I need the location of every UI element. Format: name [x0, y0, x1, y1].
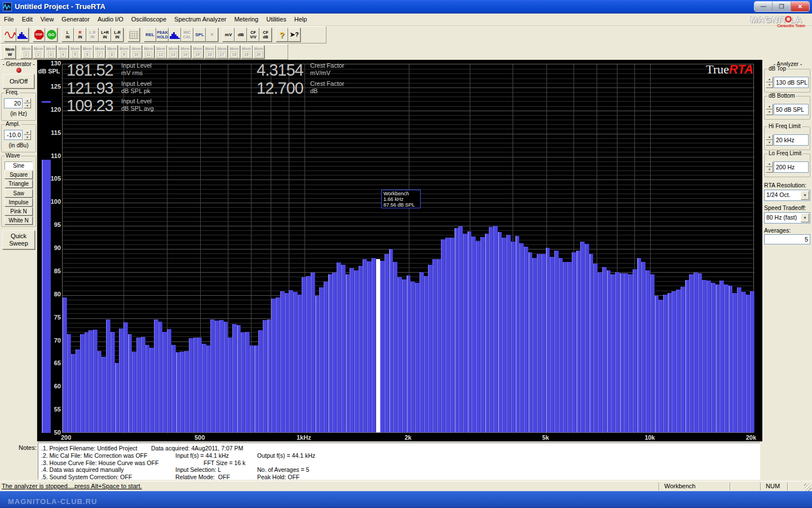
- db-bottom-input[interactable]: 50 dB SPL: [774, 104, 809, 115]
- spectrum-bar: [311, 273, 315, 432]
- lo-freq-input[interactable]: 200 Hz: [774, 161, 809, 173]
- spectrum-bar: [424, 276, 428, 432]
- generator-status-led: [16, 68, 21, 73]
- menu-view[interactable]: View: [37, 14, 58, 26]
- rta-resolution-select[interactable]: 1/24 Oct. ▼: [764, 190, 810, 201]
- close-button[interactable]: ✕: [791, 2, 809, 11]
- spl-button[interactable]: SPL: [193, 28, 206, 42]
- diff-input-button[interactable]: L-RIN: [111, 28, 123, 42]
- db-top-input[interactable]: 130 dB SPL: [774, 77, 809, 88]
- spectrum-bar: [102, 357, 106, 432]
- mem-9-button: Mem9: [118, 45, 130, 59]
- wave-sine-button[interactable]: Sine: [5, 161, 33, 170]
- generator-onoff-button[interactable]: On/Off: [3, 74, 34, 89]
- speed-tradeoff-select[interactable]: 80 Hz (fast) ▼: [764, 212, 810, 224]
- freq-input[interactable]: 20: [4, 98, 23, 108]
- spectrum-bar: [341, 265, 346, 432]
- menu-utilities[interactable]: Utilities: [262, 14, 290, 26]
- ampl-spinner[interactable]: ▲▼: [24, 130, 31, 140]
- help-icon[interactable]: ?: [276, 28, 288, 42]
- dropdown-arrow-icon[interactable]: ▼: [801, 191, 809, 200]
- x-axis-tick-label: 1kHz: [296, 434, 312, 441]
- note-text: Relative Mode: OFF: [175, 474, 230, 480]
- mem-20-button: Mem20: [253, 45, 264, 59]
- mem-3-button: Mem3: [45, 45, 56, 59]
- freq-spinner[interactable]: ▲▼: [24, 98, 31, 108]
- spectrum-bar: [228, 338, 232, 432]
- readout-label: Input LevelmV rms: [121, 62, 152, 77]
- spectrum-bar: [437, 259, 441, 432]
- spectrum-bar: [585, 244, 589, 432]
- millivolt-button[interactable]: mV: [222, 28, 235, 42]
- spectrum-bar: [716, 284, 720, 432]
- go-button[interactable]: GO: [45, 28, 58, 42]
- notes-box[interactable]: .1. Project Filename: Untitled ProjectDa…: [38, 443, 760, 480]
- hi-freq-spinner[interactable]: ▲▼: [766, 134, 773, 146]
- spectrum-plot[interactable]: [62, 64, 754, 433]
- spectrum-bar: [524, 247, 528, 432]
- context-help-icon[interactable]: ➤?: [288, 28, 301, 42]
- spectrum-bar: [732, 293, 737, 432]
- readout-label: Input LeveldB SPL avg: [121, 98, 154, 112]
- peak-hold-button[interactable]: PEAKHOLD: [156, 28, 169, 42]
- spectrum-bar: [250, 345, 254, 432]
- sine-tone-icon[interactable]: [4, 28, 16, 42]
- menu-edit[interactable]: Edit: [18, 14, 37, 26]
- menu-file[interactable]: File: [0, 14, 18, 26]
- spectrum-bar: [681, 287, 685, 432]
- spectrum-analyzer-icon[interactable]: [16, 28, 29, 42]
- wave-white-n-button[interactable]: White N: [5, 216, 33, 225]
- rta-mode-icon[interactable]: [169, 28, 181, 42]
- mem-13-button: Mem13: [167, 45, 179, 59]
- wave-impulse-button[interactable]: Impulse: [5, 198, 33, 207]
- spectrum-bar: [541, 254, 546, 432]
- menu-spectrum-analyzer[interactable]: Spectrum Analyzer: [170, 14, 230, 26]
- dropdown-arrow-icon[interactable]: ▼: [801, 213, 809, 222]
- left-input-button[interactable]: LIN: [61, 28, 74, 42]
- status-bar: The analyzer is stopped....press Alt+Spa…: [0, 481, 812, 491]
- restore-button[interactable]: ❐: [773, 2, 791, 11]
- menu-metering[interactable]: Metering: [230, 14, 262, 26]
- spectrum-bar: [633, 269, 637, 432]
- averages-input[interactable]: 5: [764, 234, 810, 244]
- resize-grip[interactable]: [804, 484, 811, 491]
- readout-value: 121.93: [67, 79, 113, 98]
- spectrum-bar: [445, 238, 450, 432]
- quick-sweep-button[interactable]: Quick Sweep: [2, 230, 35, 249]
- stop-button[interactable]: STOP: [33, 28, 45, 42]
- db-bottom-spinner[interactable]: ▲▼: [766, 104, 773, 115]
- spectrum-bar: [620, 273, 624, 432]
- crest-factor-vv-button[interactable]: CFV/V: [247, 28, 259, 42]
- mem-11-button: Mem11: [143, 45, 155, 59]
- spectrum-bar: [707, 281, 711, 432]
- decibel-button[interactable]: dB: [235, 28, 247, 42]
- spectrum-bar: [210, 319, 215, 432]
- lo-freq-spinner[interactable]: ▲▼: [766, 161, 773, 173]
- tooltip-trace: Workbench: [383, 191, 418, 196]
- title-bar[interactable]: Untitled Project - TrueRTA — ❐ ✕: [0, 0, 812, 14]
- wave-pink-n-button[interactable]: Pink N: [5, 207, 33, 216]
- wave-square-button[interactable]: Square: [5, 170, 33, 179]
- wave-saw-button[interactable]: Saw: [5, 189, 33, 198]
- spectrum-bar: [672, 291, 676, 432]
- menu-help[interactable]: Help: [290, 14, 311, 26]
- menu-audio-i-o[interactable]: Audio I/O: [94, 14, 127, 26]
- note-text: Input f(s) = 44.1 kHz: [175, 452, 229, 459]
- sum-input-button[interactable]: L+RIN: [99, 28, 111, 42]
- relative-mode-button[interactable]: REL: [144, 28, 156, 42]
- menu-generator[interactable]: Generator: [58, 14, 94, 26]
- spectrum-bar: [293, 292, 298, 432]
- minimize-button[interactable]: —: [754, 2, 773, 11]
- mem-w-button[interactable]: MemW: [4, 45, 16, 59]
- spectrum-bar: [711, 283, 716, 432]
- spectrum-bar: [698, 273, 702, 432]
- spectrum-bar: [324, 282, 328, 432]
- hi-freq-input[interactable]: 20 kHz: [774, 134, 809, 146]
- wave-triangle-button[interactable]: Triangle: [5, 179, 33, 188]
- crest-factor-db-button[interactable]: CFdB: [259, 28, 272, 42]
- right-input-button[interactable]: RIN: [74, 28, 86, 42]
- db-top-spinner[interactable]: ▲▼: [766, 77, 773, 88]
- menu-oscilloscope[interactable]: Oscilloscope: [127, 14, 170, 26]
- ampl-input[interactable]: -10.0: [4, 130, 23, 140]
- spectrum-bar: [89, 330, 93, 432]
